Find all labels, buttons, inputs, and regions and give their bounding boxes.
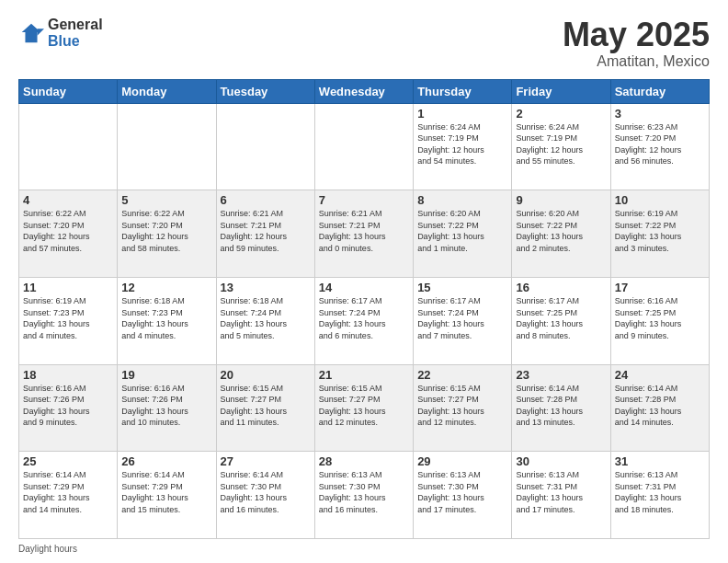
- day-number: 22: [417, 368, 507, 382]
- page: General Blue May 2025 Amatitan, Mexico S…: [0, 0, 728, 563]
- day-number: 5: [121, 193, 211, 207]
- calendar-cell: 31Sunrise: 6:13 AM Sunset: 7:31 PM Dayli…: [610, 452, 709, 539]
- day-info: Sunrise: 6:13 AM Sunset: 7:31 PM Dayligh…: [615, 469, 705, 515]
- calendar-cell: 10Sunrise: 6:19 AM Sunset: 7:22 PM Dayli…: [610, 190, 709, 278]
- calendar-cell: 6Sunrise: 6:21 AM Sunset: 7:21 PM Daylig…: [216, 190, 314, 278]
- day-number: 28: [319, 454, 409, 468]
- calendar-cell: 5Sunrise: 6:22 AM Sunset: 7:20 PM Daylig…: [118, 190, 216, 278]
- day-number: 13: [221, 281, 311, 294]
- day-info: Sunrise: 6:20 AM Sunset: 7:22 PM Dayligh…: [417, 208, 507, 254]
- day-info: Sunrise: 6:24 AM Sunset: 7:19 PM Dayligh…: [516, 121, 606, 167]
- day-number: 15: [417, 281, 507, 294]
- day-number: 20: [221, 368, 311, 382]
- calendar-cell: 1Sunrise: 6:24 AM Sunset: 7:19 PM Daylig…: [414, 103, 512, 190]
- calendar-cell: [118, 103, 216, 190]
- logo-text: General Blue: [48, 17, 103, 49]
- calendar-cell: 2Sunrise: 6:24 AM Sunset: 7:19 PM Daylig…: [512, 103, 610, 190]
- calendar-cell: 3Sunrise: 6:23 AM Sunset: 7:20 PM Daylig…: [610, 103, 709, 190]
- subtitle: Amatitan, Mexico: [563, 53, 710, 70]
- day-number: 12: [121, 281, 211, 294]
- day-info: Sunrise: 6:22 AM Sunset: 7:20 PM Dayligh…: [121, 208, 211, 254]
- calendar-body: 1Sunrise: 6:24 AM Sunset: 7:19 PM Daylig…: [19, 103, 710, 538]
- header-cell-sunday: Sunday: [19, 79, 118, 103]
- logo-blue: Blue: [48, 33, 103, 50]
- calendar-cell: 14Sunrise: 6:17 AM Sunset: 7:24 PM Dayli…: [314, 277, 413, 364]
- calendar-header: SundayMondayTuesdayWednesdayThursdayFrid…: [19, 79, 710, 103]
- calendar-cell: 15Sunrise: 6:17 AM Sunset: 7:24 PM Dayli…: [414, 277, 512, 364]
- header-cell-monday: Monday: [118, 79, 216, 103]
- day-info: Sunrise: 6:17 AM Sunset: 7:25 PM Dayligh…: [516, 295, 606, 341]
- day-number: 27: [221, 454, 311, 468]
- day-info: Sunrise: 6:17 AM Sunset: 7:24 PM Dayligh…: [417, 295, 507, 341]
- day-number: 17: [615, 281, 705, 294]
- calendar-cell: 12Sunrise: 6:18 AM Sunset: 7:23 PM Dayli…: [118, 277, 216, 364]
- header-cell-friday: Friday: [512, 79, 610, 103]
- calendar-cell: [314, 103, 413, 190]
- day-info: Sunrise: 6:14 AM Sunset: 7:30 PM Dayligh…: [221, 469, 311, 515]
- calendar-cell: 29Sunrise: 6:13 AM Sunset: 7:30 PM Dayli…: [414, 452, 512, 539]
- day-number: 14: [319, 281, 409, 294]
- day-info: Sunrise: 6:13 AM Sunset: 7:30 PM Dayligh…: [319, 469, 409, 515]
- calendar-cell: 28Sunrise: 6:13 AM Sunset: 7:30 PM Dayli…: [314, 452, 413, 539]
- week-row-3: 18Sunrise: 6:16 AM Sunset: 7:26 PM Dayli…: [19, 364, 710, 452]
- day-number: 21: [319, 368, 409, 382]
- day-info: Sunrise: 6:23 AM Sunset: 7:20 PM Dayligh…: [615, 121, 705, 167]
- calendar-cell: 30Sunrise: 6:13 AM Sunset: 7:31 PM Dayli…: [512, 452, 610, 539]
- day-number: 6: [221, 193, 311, 207]
- day-number: 23: [516, 368, 606, 382]
- day-info: Sunrise: 6:16 AM Sunset: 7:26 PM Dayligh…: [121, 383, 211, 429]
- calendar-cell: 25Sunrise: 6:14 AM Sunset: 7:29 PM Dayli…: [19, 452, 118, 539]
- logo: General Blue: [18, 17, 103, 49]
- day-info: Sunrise: 6:14 AM Sunset: 7:29 PM Dayligh…: [23, 469, 113, 515]
- day-number: 29: [417, 454, 507, 468]
- top-section: General Blue May 2025 Amatitan, Mexico: [18, 17, 710, 70]
- logo-general: General: [48, 17, 103, 33]
- calendar-cell: 11Sunrise: 6:19 AM Sunset: 7:23 PM Dayli…: [19, 277, 118, 364]
- calendar-cell: 27Sunrise: 6:14 AM Sunset: 7:30 PM Dayli…: [216, 452, 314, 539]
- day-info: Sunrise: 6:15 AM Sunset: 7:27 PM Dayligh…: [221, 383, 311, 429]
- main-title: May 2025: [563, 17, 710, 53]
- day-info: Sunrise: 6:18 AM Sunset: 7:23 PM Dayligh…: [121, 295, 211, 341]
- day-number: 1: [417, 107, 507, 121]
- day-info: Sunrise: 6:20 AM Sunset: 7:22 PM Dayligh…: [516, 208, 606, 254]
- header-cell-thursday: Thursday: [414, 79, 512, 103]
- title-section: May 2025 Amatitan, Mexico: [563, 17, 710, 70]
- day-number: 30: [516, 454, 606, 468]
- calendar-cell: 24Sunrise: 6:14 AM Sunset: 7:28 PM Dayli…: [610, 364, 709, 452]
- day-info: Sunrise: 6:14 AM Sunset: 7:28 PM Dayligh…: [516, 383, 606, 429]
- day-number: 31: [615, 454, 705, 468]
- calendar-cell: 8Sunrise: 6:20 AM Sunset: 7:22 PM Daylig…: [414, 190, 512, 278]
- header-cell-wednesday: Wednesday: [314, 79, 413, 103]
- day-info: Sunrise: 6:19 AM Sunset: 7:23 PM Dayligh…: [23, 295, 113, 341]
- day-info: Sunrise: 6:15 AM Sunset: 7:27 PM Dayligh…: [319, 383, 409, 429]
- day-number: 10: [615, 193, 705, 207]
- day-info: Sunrise: 6:21 AM Sunset: 7:21 PM Dayligh…: [221, 208, 311, 254]
- day-number: 26: [121, 454, 211, 468]
- day-info: Sunrise: 6:16 AM Sunset: 7:25 PM Dayligh…: [615, 295, 705, 341]
- day-number: 16: [516, 281, 606, 294]
- day-info: Sunrise: 6:14 AM Sunset: 7:29 PM Dayligh…: [121, 469, 211, 515]
- day-number: 4: [23, 193, 113, 207]
- calendar-cell: 7Sunrise: 6:21 AM Sunset: 7:21 PM Daylig…: [314, 190, 413, 278]
- calendar-cell: 4Sunrise: 6:22 AM Sunset: 7:20 PM Daylig…: [19, 190, 118, 278]
- day-info: Sunrise: 6:19 AM Sunset: 7:22 PM Dayligh…: [615, 208, 705, 254]
- header-row: SundayMondayTuesdayWednesdayThursdayFrid…: [19, 79, 710, 103]
- day-info: Sunrise: 6:13 AM Sunset: 7:31 PM Dayligh…: [516, 469, 606, 515]
- week-row-1: 4Sunrise: 6:22 AM Sunset: 7:20 PM Daylig…: [19, 190, 710, 278]
- day-number: 7: [319, 193, 409, 207]
- calendar-cell: 19Sunrise: 6:16 AM Sunset: 7:26 PM Dayli…: [118, 364, 216, 452]
- day-info: Sunrise: 6:17 AM Sunset: 7:24 PM Dayligh…: [319, 295, 409, 341]
- footer: Daylight hours: [18, 544, 710, 554]
- calendar-cell: 18Sunrise: 6:16 AM Sunset: 7:26 PM Dayli…: [19, 364, 118, 452]
- calendar-cell: 17Sunrise: 6:16 AM Sunset: 7:25 PM Dayli…: [610, 277, 709, 364]
- day-info: Sunrise: 6:22 AM Sunset: 7:20 PM Dayligh…: [23, 208, 113, 254]
- day-number: 2: [516, 107, 606, 121]
- day-info: Sunrise: 6:18 AM Sunset: 7:24 PM Dayligh…: [221, 295, 311, 341]
- svg-marker-1: [38, 29, 44, 35]
- calendar-cell: 9Sunrise: 6:20 AM Sunset: 7:22 PM Daylig…: [512, 190, 610, 278]
- logo-icon: [18, 20, 44, 46]
- calendar-cell: 23Sunrise: 6:14 AM Sunset: 7:28 PM Dayli…: [512, 364, 610, 452]
- day-number: 19: [121, 368, 211, 382]
- week-row-0: 1Sunrise: 6:24 AM Sunset: 7:19 PM Daylig…: [19, 103, 710, 190]
- day-number: 25: [23, 454, 113, 468]
